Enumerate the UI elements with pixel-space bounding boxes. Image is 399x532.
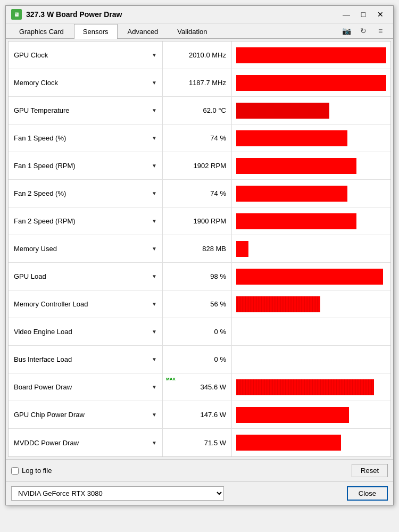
sensor-bar-container [232,373,390,401]
sensor-name-cell: Memory Controller Load▼ [9,290,163,318]
menu-icon[interactable]: ≡ [374,24,387,37]
tab-sensors[interactable]: Sensors [74,24,118,39]
table-row: GPU Load▼98 % [9,263,390,290]
sensor-bar-container [232,69,390,96]
sensor-value-text: 74 % [210,189,226,197]
sensor-value-text: 345.6 W [201,383,226,391]
sensor-name-cell: Video Engine Load▼ [9,318,163,345]
sensor-label: Bus Interface Load [14,355,72,363]
maximize-button[interactable]: □ [356,9,371,20]
gpu-select[interactable]: NVIDIA GeForce RTX 3080 [11,486,224,501]
log-to-file-label[interactable]: Log to file [11,467,52,475]
log-checkbox[interactable] [11,467,19,475]
dropdown-arrow-icon[interactable]: ▼ [152,440,157,446]
sensor-bar-container [232,263,390,290]
tab-advanced[interactable]: Advanced [119,24,168,39]
refresh-icon[interactable]: ↻ [357,24,370,37]
bar-fill [236,379,374,395]
sensor-value-text: 56 % [210,300,226,308]
table-row: GPU Clock▼2010.0 MHz [9,41,390,69]
sensor-value-cell: 71.5 W [163,429,232,456]
sensor-label: MVDDC Power Draw [14,439,79,447]
title-bar: 🖥 327.3 W Board Power Draw — □ ✕ [6,6,393,23]
dropdown-arrow-icon[interactable]: ▼ [152,80,157,86]
reset-button[interactable]: Reset [352,464,388,477]
sensor-content: GPU Clock▼2010.0 MHzMemory Clock▼1187.7 … [8,41,391,457]
sensor-label: Board Power Draw [14,383,72,391]
tabs: Graphics Card Sensors Advanced Validatio… [10,23,217,38]
sensor-value-text: 1900 RPM [194,217,226,225]
close-title-button[interactable]: ✕ [373,9,388,20]
sensor-label: GPU Load [14,272,46,280]
tab-validation[interactable]: Validation [168,24,216,39]
table-row: Fan 2 Speed (RPM)▼1900 RPM [9,207,390,235]
sensor-label: Fan 2 Speed (%) [14,189,66,197]
table-row: Memory Controller Load▼56 % [9,290,390,318]
max-label: MAX [166,377,176,381]
sensor-name-cell: GPU Chip Power Draw▼ [9,401,163,428]
dropdown-arrow-icon[interactable]: ▼ [152,329,157,335]
bar-track [236,435,386,451]
bar-fill [236,47,386,63]
dropdown-arrow-icon[interactable]: ▼ [152,107,157,113]
sensor-bar-container [232,124,390,152]
app-icon: 🖥 [11,9,22,20]
bar-fill [236,103,329,119]
dropdown-arrow-icon[interactable]: ▼ [152,301,157,307]
close-main-button[interactable]: Close [347,486,388,501]
dropdown-arrow-icon[interactable]: ▼ [152,190,157,196]
sensor-value-text: 1902 RPM [194,162,226,170]
sensor-name-cell: Fan 2 Speed (%)▼ [9,180,163,207]
dropdown-arrow-icon[interactable]: ▼ [152,273,157,279]
dropdown-arrow-icon[interactable]: ▼ [152,246,157,252]
table-row: Board Power Draw▼MAX345.6 W [9,373,390,401]
sensor-bar-container [232,180,390,207]
dropdown-arrow-icon[interactable]: ▼ [152,356,157,362]
table-row: GPU Chip Power Draw▼147.6 W [9,401,390,429]
main-window: 🖥 327.3 W Board Power Draw — □ ✕ Graphic… [5,5,394,505]
sensor-label: Fan 1 Speed (RPM) [14,162,76,170]
bar-track [236,269,386,285]
bar-fill [236,241,248,257]
sensor-value-cell: 62.0 °C [163,97,232,124]
bar-track [236,186,386,202]
sensor-value-text: 147.6 W [201,411,226,419]
bar-fill [236,269,383,285]
table-row: Fan 2 Speed (%)▼74 % [9,180,390,207]
sensor-value-cell: 2010.0 MHz [163,41,232,69]
sensor-value-cell: 0 % [163,318,232,345]
sensor-bar-container [232,401,390,428]
sensor-value-cell: 74 % [163,124,232,152]
log-label-text: Log to file [22,467,52,475]
sensor-name-cell: GPU Load▼ [9,263,163,290]
sensor-value-text: 1187.7 MHz [189,79,226,87]
sensor-value-text: 2010.0 MHz [189,51,226,59]
sensor-name-cell: Fan 1 Speed (RPM)▼ [9,152,163,179]
sensor-value-cell: 828 MB [163,235,232,262]
sensor-value-cell: 1902 RPM [163,152,232,179]
sensor-value-text: 74 % [210,134,226,142]
sensor-bar-container [232,429,390,456]
dropdown-arrow-icon[interactable]: ▼ [152,163,157,169]
camera-icon[interactable]: 📷 [340,24,353,37]
sensor-value-text: 71.5 W [204,439,226,447]
tab-graphics-card[interactable]: Graphics Card [10,24,73,39]
dropdown-arrow-icon[interactable]: ▼ [152,218,157,224]
sensor-value-text: 0 % [214,355,226,363]
sensor-value-text: 98 % [210,272,226,280]
bar-fill [236,75,386,91]
dropdown-arrow-icon[interactable]: ▼ [152,384,157,390]
sensor-value-text: 828 MB [202,245,226,253]
bar-track [236,130,386,146]
dropdown-arrow-icon[interactable]: ▼ [152,135,157,141]
bar-track [236,296,386,312]
dropdown-arrow-icon[interactable]: ▼ [152,412,157,418]
bar-fill [236,296,320,312]
minimize-button[interactable]: — [339,9,354,20]
sensor-name-cell: GPU Clock▼ [9,41,163,69]
sensor-name-cell: Fan 1 Speed (%)▼ [9,124,163,152]
sensor-list: GPU Clock▼2010.0 MHzMemory Clock▼1187.7 … [9,41,390,456]
bar-track [236,324,386,340]
dropdown-arrow-icon[interactable]: ▼ [152,52,157,58]
sensor-name-cell: MVDDC Power Draw▼ [9,429,163,456]
